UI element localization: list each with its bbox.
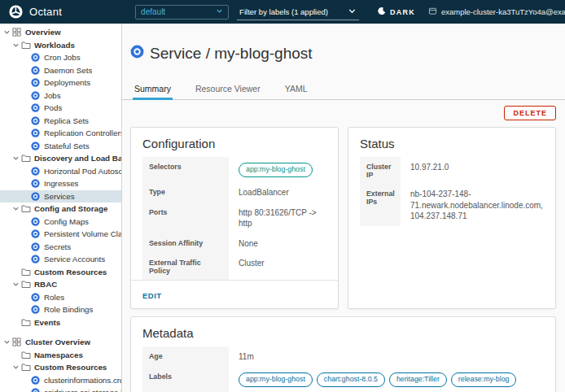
resource-icon (30, 293, 41, 302)
sidebar-item-custom-resources[interactable]: Custom Resources (0, 266, 121, 279)
action-row: DELETE (130, 106, 556, 120)
resource-icon (30, 305, 41, 314)
sidebar-item-config-maps[interactable]: Config Maps (0, 216, 121, 229)
cluster-context-selector[interactable]: example-cluster-ka3TuTzYo4a@example-clus… (428, 7, 565, 17)
sidebar-item-label: Stateful Sets (44, 142, 90, 150)
sidebar-item-label: Persistent Volume Claims (44, 229, 121, 238)
sidebar-item-custom-resources[interactable]: Custom Resources (0, 361, 121, 374)
sidebar-item-role-bindings[interactable]: Role Bindings (0, 303, 121, 316)
sidebar-item-stateful-sets[interactable]: Stateful Sets (0, 140, 121, 153)
sidebar-item-daemon-sets[interactable]: Daemon Sets (0, 64, 121, 77)
folder-icon (20, 318, 31, 327)
sidebar-item-pods[interactable]: Pods (0, 102, 121, 115)
kv-row-labels: Labelsapp:my-blog-ghostchart:ghost-8.0.5… (142, 367, 544, 392)
resource-icon (30, 116, 41, 125)
sidebar-item-namespaces[interactable]: Namespaces (0, 349, 121, 362)
chevron-down-icon (348, 7, 357, 17)
namespace-selector[interactable]: default (135, 5, 229, 20)
resource-icon (30, 66, 41, 75)
folder-icon (20, 280, 31, 289)
tab-bar: SummaryResource ViewerYAML (122, 81, 565, 100)
sidebar-item-label: Cron Jobs (44, 53, 81, 62)
sidebar-item-roles[interactable]: Roles (0, 291, 121, 304)
chevron-down-icon[interactable] (11, 364, 20, 371)
sidebar-item-workloads[interactable]: Workloads (0, 39, 121, 52)
kv-key: Selectors (142, 157, 229, 182)
sidebar-item-cron-jobs[interactable]: Cron Jobs (0, 51, 121, 64)
sidebar-item-deployments[interactable]: Deployments (0, 76, 121, 89)
label-filter[interactable]: Filter by labels (1 applied) (237, 4, 359, 20)
delete-button[interactable]: DELETE (504, 106, 556, 120)
sidebar-item-label: csidrivers.csi.storage.k8s.io (44, 388, 121, 392)
sidebar-item-label: Custom Resources (34, 363, 107, 372)
chevron-down-icon[interactable] (2, 28, 11, 36)
app-title: Octant (29, 6, 62, 18)
sidebar-item-csidrivers-csi-storage-k8s-io[interactable]: csidrivers.csi.storage.k8s.io (0, 386, 121, 392)
folder-icon (20, 351, 31, 359)
folder-icon (20, 268, 31, 277)
sidebar-item-discovery-and-load-balancing[interactable]: Discovery and Load Balancing (0, 152, 121, 165)
tab-summary[interactable]: Summary (133, 81, 173, 100)
configuration-card-footer: EDIT (131, 280, 338, 308)
label-chip-app-my-blog-ghost[interactable]: app:my-blog-ghost (239, 372, 313, 387)
sidebar-item-events[interactable]: Events (0, 316, 121, 329)
tab-yaml[interactable]: YAML (283, 81, 309, 99)
sidebar-item-label: Replica Sets (44, 116, 89, 125)
octant-logo-icon (9, 5, 23, 19)
sidebar-item-label: Events (34, 318, 60, 327)
sidebar-item-label: Pods (44, 103, 62, 112)
page-header: Service / my-blog-ghost (130, 34, 556, 72)
kv-value: 11m (229, 346, 544, 367)
main-content: Service / my-blog-ghost SummaryResource … (122, 24, 565, 392)
resource-icon (30, 388, 41, 392)
sidebar-item-jobs[interactable]: Jobs (0, 89, 121, 102)
chevron-down-icon[interactable] (11, 205, 20, 212)
edit-button[interactable]: EDIT (142, 291, 162, 300)
resource-icon (30, 376, 41, 385)
chevron-down-icon[interactable] (11, 41, 20, 49)
label-chip-release-my-blog[interactable]: release:my-blog (451, 372, 517, 387)
sidebar-item-secrets[interactable]: Secrets (0, 241, 121, 254)
resource-icon (30, 78, 41, 87)
sidebar-item-horizontal-pod-autoscalers[interactable]: Horizontal Pod Autoscalers (0, 165, 121, 178)
page-title: Service / my-blog-ghost (150, 45, 313, 63)
metadata-rows: Age11mLabelsapp:my-blog-ghostchart:ghost… (142, 346, 544, 391)
label-filter-text: Filter by labels (1 applied) (239, 7, 328, 16)
sidebar-item-services[interactable]: Services (0, 190, 121, 203)
sidebar-item-rbac[interactable]: RBAC (0, 278, 121, 291)
label-chip-chart-ghost-8-0-5[interactable]: chart:ghost-8.0.5 (317, 372, 385, 387)
kv-value: 10.97.21.0 (401, 157, 544, 184)
metadata-card: Metadata Age11mLabelsapp:my-blog-ghostch… (130, 316, 556, 392)
kv-key: Labels (142, 367, 229, 392)
configuration-card-title: Configuration (131, 128, 338, 157)
kv-key: Age (142, 346, 229, 367)
sidebar-item-replication-controllers[interactable]: Replication Controllers (0, 127, 121, 140)
resource-icon (30, 103, 41, 112)
label-chip-heritage-tiller[interactable]: heritage:Tiller (389, 372, 447, 387)
theme-toggle[interactable]: DARK (377, 7, 415, 17)
cluster-icon (428, 7, 437, 17)
sidebar-item-cluster-overview[interactable]: Cluster Overview (0, 336, 121, 349)
kv-row-external-ips: External IPsnb-104-237-148-71.newark.nod… (360, 184, 544, 226)
kv-row-type: TypeLoadBalancer (142, 182, 326, 203)
chevron-down-icon[interactable] (11, 155, 20, 162)
kv-value: LoadBalancer (229, 182, 326, 203)
label-chip-app-my-blog-ghost[interactable]: app:my-blog-ghost (239, 163, 313, 177)
sidebar-item-persistent-volume-claims[interactable]: Persistent Volume Claims (0, 228, 121, 241)
sidebar-item-service-accounts[interactable]: Service Accounts (0, 253, 121, 266)
sidebar-item-label: Cluster Overview (25, 338, 90, 346)
kv-value: nb-104-237-148-71.newark.nodebalancer.li… (401, 184, 544, 226)
status-rows: Cluster IP10.97.21.0External IPsnb-104-2… (360, 157, 544, 226)
kv-row-cluster-ip: Cluster IP10.97.21.0 (360, 157, 544, 184)
kv-row-external-traffic-policy: External Traffic PolicyCluster (142, 253, 326, 280)
sidebar-item-overview[interactable]: Overview (0, 26, 121, 39)
tab-resource-viewer[interactable]: Resource Viewer (194, 81, 262, 99)
chevron-down-icon[interactable] (11, 281, 20, 288)
sidebar-item-replica-sets[interactable]: Replica Sets (0, 115, 121, 128)
resource-icon (30, 229, 41, 238)
chevron-down-icon[interactable] (2, 338, 11, 346)
sidebar-item-config-and-storage[interactable]: Config and Storage (0, 203, 121, 216)
sidebar-item-clusterinformations-crd-projec[interactable]: clusterinformations.crd.projec (0, 374, 121, 387)
chevron-down-icon (216, 7, 223, 16)
sidebar-item-ingresses[interactable]: Ingresses (0, 177, 121, 190)
